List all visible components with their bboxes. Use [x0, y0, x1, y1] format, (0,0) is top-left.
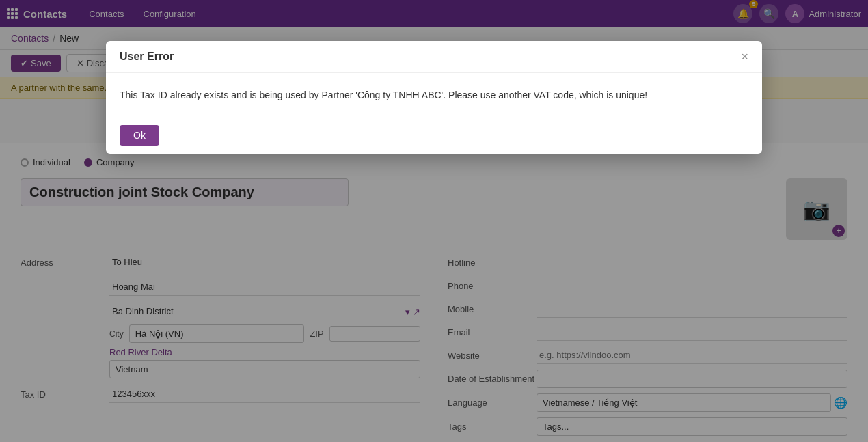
modal-title: User Error	[120, 51, 174, 63]
modal-ok-button[interactable]: Ok	[120, 125, 159, 146]
modal-close-button[interactable]: ×	[741, 51, 748, 63]
modal-overlay: User Error × This Tax ID already exists …	[0, 0, 868, 442]
modal-header: User Error ×	[106, 41, 762, 73]
user-error-modal: User Error × This Tax ID already exists …	[106, 41, 762, 154]
modal-body: This Tax ID already exists and is being …	[106, 73, 762, 117]
modal-footer: Ok	[106, 117, 762, 154]
modal-message: This Tax ID already exists and is being …	[120, 89, 647, 100]
